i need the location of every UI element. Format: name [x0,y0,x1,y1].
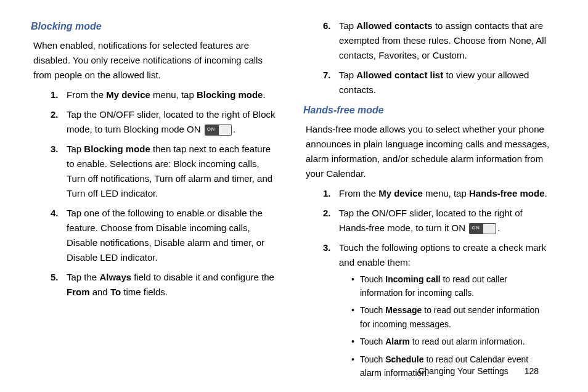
bullet-icon: • [351,303,360,331]
step-number: 6. [323,18,339,63]
blocking-mode-steps: 1. From the My device menu, tap Blocking… [31,88,279,300]
hands-free-intro: Hands-free mode allows you to select whe… [306,122,551,181]
list-item: 3. Touch the following options to create… [323,240,551,384]
hands-free-heading: Hands-free mode [303,102,551,118]
step-body: Tap one of the following to enable or di… [67,206,279,265]
bullet-icon: • [351,353,360,380]
page-number: 128 [525,366,539,376]
step-number: 1. [323,186,339,201]
hands-free-steps: 1. From the My device menu, tap Hands-fr… [303,186,551,384]
step-body: Touch the following options to create a … [339,240,551,384]
step-number: 2. [51,107,67,137]
step-number: 3. [51,142,67,201]
list-item: 2. Tap the ON/OFF slider, located to the… [51,107,279,137]
step-body: Tap the ON/OFF slider, located to the ri… [339,206,551,235]
step-number: 5. [51,270,67,300]
footer-label: Changing Your Settings [418,366,508,376]
list-item: 4. Tap one of the following to enable or… [51,206,279,265]
blocking-mode-heading: Blocking mode [31,18,279,35]
step-number: 3. [323,240,339,384]
bullet-item: •Touch Alarm to read out alarm informati… [351,335,551,348]
right-column: 6. Tap Allowed contacts to assign contac… [303,18,551,388]
step-number: 7. [323,68,339,97]
continued-steps: 6. Tap Allowed contacts to assign contac… [303,18,551,97]
list-item: 2. Tap the ON/OFF slider, located to the… [323,206,551,235]
page-content: Blocking mode When enabled, notification… [0,0,588,388]
step-number: 2. [323,206,339,235]
blocking-mode-intro: When enabled, notifications for selected… [33,38,279,83]
list-item: 3. Tap Blocking mode then tap next to ea… [51,142,279,201]
step-number: 1. [51,88,67,102]
left-column: Blocking mode When enabled, notification… [31,18,279,388]
step-body: Tap the ON/OFF slider, located to the ri… [67,107,279,137]
step-body: Tap Allowed contacts to assign contacts … [339,18,551,63]
list-item: 5. Tap the Always field to disable it an… [51,270,279,300]
bullet-icon: • [351,335,360,348]
list-item: 6. Tap Allowed contacts to assign contac… [323,18,551,63]
step-body: From the My device menu, tap Blocking mo… [67,88,279,102]
on-switch-icon: ON [205,125,232,136]
on-switch-icon: ON [469,223,496,234]
step-body: Tap Allowed contact list to view your al… [339,68,551,97]
step-body: From the My device menu, tap Hands-free … [339,186,551,201]
step-number: 4. [51,206,67,265]
bullet-item: •Touch Incoming call to read out caller … [351,272,551,300]
list-item: 1. From the My device menu, tap Hands-fr… [323,186,551,201]
list-item: 7. Tap Allowed contact list to view your… [323,68,551,97]
step-body: Tap Blocking mode then tap next to each … [67,142,279,201]
bullets-list: •Touch Incoming call to read out caller … [339,272,551,380]
list-item: 1. From the My device menu, tap Blocking… [51,88,279,102]
step-body: Tap the Always field to disable it and c… [67,270,279,300]
bullet-item: •Touch Message to read out sender inform… [351,303,551,331]
bullet-icon: • [351,272,360,300]
page-footer: Changing Your Settings 128 [418,366,539,376]
